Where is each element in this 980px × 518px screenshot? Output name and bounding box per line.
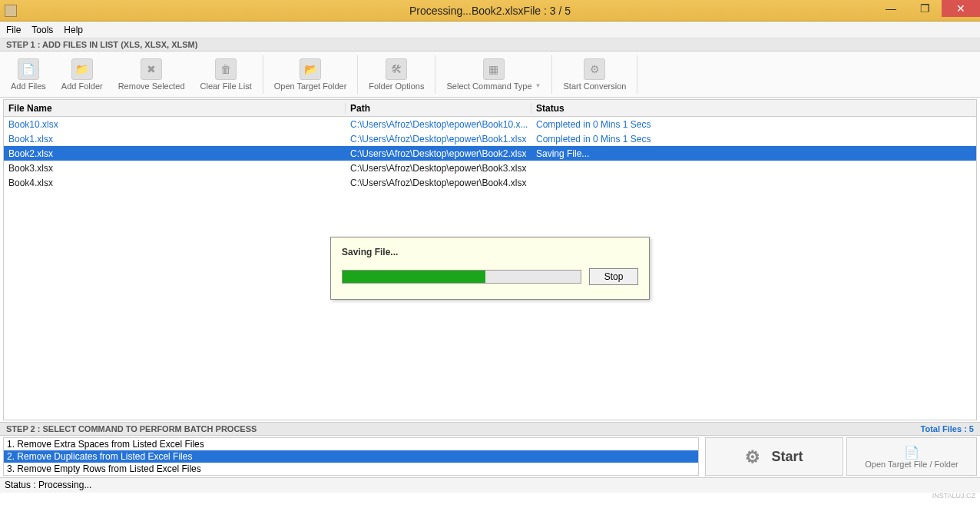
- remove-selected-icon: ✖: [141, 58, 162, 80]
- maximize-button[interactable]: ❐: [908, 0, 942, 17]
- start-conversion-button[interactable]: ⚙ Start Conversion: [555, 53, 634, 96]
- toolbar-separator: [357, 55, 358, 94]
- toolbar-separator: [435, 55, 435, 94]
- select-command-label: Select Command Type: [446, 81, 531, 91]
- add-folder-icon: 📁: [71, 58, 93, 80]
- progress-fill: [343, 271, 485, 283]
- watermark: INSTALUJ.CZ: [932, 492, 975, 500]
- toolbar-separator: [263, 55, 263, 94]
- remove-selected-label: Remove Selected: [118, 81, 185, 91]
- progress-bar: [342, 270, 581, 284]
- toolbar-separator: [637, 55, 637, 94]
- cell-path: C:\Users\Afroz\Desktop\epower\Book3.xlsx: [346, 163, 531, 174]
- cell-status: Completed in 0 Mins 1 Secs: [531, 134, 685, 144]
- app-icon: [5, 5, 17, 17]
- window-title: Processing...Book2.xlsxFile : 3 / 5: [409, 5, 571, 17]
- clear-list-button[interactable]: 🗑 Clear File List: [193, 53, 260, 96]
- step2-header: STEP 2 : SELECT COMMAND TO PERFORM BATCH…: [0, 422, 980, 436]
- titlebar: Processing...Book2.xlsxFile : 3 / 5 — ❐ …: [0, 0, 980, 22]
- folder-icon: 📄: [904, 445, 919, 460]
- window-controls: — ❐ ✕: [874, 0, 980, 17]
- open-target-folder-button[interactable]: 📄 Open Target File / Folder: [846, 437, 977, 476]
- folder-options-label: Folder Options: [369, 81, 424, 91]
- start-conversion-icon: ⚙: [584, 58, 605, 80]
- toolbar: 📄 Add Files 📁 Add Folder ✖ Remove Select…: [0, 51, 980, 98]
- select-command-icon: ▦: [483, 58, 505, 80]
- bottom-area: 1. Remove Extra Spaces from Listed Excel…: [0, 436, 980, 477]
- cell-status: Completed in 0 Mins 1 Secs: [531, 119, 685, 130]
- cell-path: C:\Users\Afroz\Desktop\epower\Book10.x..…: [346, 119, 531, 130]
- progress-dialog: Saving File... Stop: [330, 237, 650, 300]
- select-command-button[interactable]: ▦ Select Command Type ▼: [439, 53, 548, 96]
- start-button[interactable]: ⚙ Start: [705, 437, 843, 476]
- table-row[interactable]: Book10.xlsxC:\Users\Afroz\Desktop\epower…: [4, 117, 976, 131]
- cell-file: Book2.xlsx: [4, 148, 346, 159]
- cell-file: Book10.xlsx: [4, 119, 346, 130]
- add-folder-label: Add Folder: [61, 81, 103, 91]
- statusbar: Status : Processing...: [0, 477, 980, 493]
- add-files-button[interactable]: 📄 Add Files: [3, 53, 54, 96]
- command-item[interactable]: 1. Remove Extra Spaces from Listed Excel…: [4, 438, 698, 450]
- menu-tools[interactable]: Tools: [31, 25, 53, 35]
- cell-file: Book1.xlsx: [4, 134, 346, 144]
- add-folder-button[interactable]: 📁 Add Folder: [54, 53, 111, 96]
- folder-options-icon: 🛠: [386, 58, 407, 80]
- menu-help[interactable]: Help: [64, 25, 83, 35]
- table-body: Book10.xlsxC:\Users\Afroz\Desktop\epower…: [4, 117, 976, 190]
- close-button[interactable]: ✕: [942, 0, 980, 17]
- clear-list-label: Clear File List: [200, 81, 252, 91]
- open-target-button[interactable]: 📂 Open Target Folder: [267, 53, 355, 96]
- total-files: Total Files : 5: [921, 424, 974, 433]
- cell-path: C:\Users\Afroz\Desktop\epower\Book2.xlsx: [346, 148, 531, 159]
- table-row[interactable]: Book1.xlsxC:\Users\Afroz\Desktop\epower\…: [4, 131, 976, 146]
- open-target-icon: 📂: [300, 58, 321, 80]
- toolbar-separator: [551, 55, 552, 94]
- start-conversion-label: Start Conversion: [563, 81, 626, 91]
- table-header: File Name Path Status: [4, 100, 976, 117]
- folder-options-button[interactable]: 🛠 Folder Options: [361, 53, 432, 96]
- table-row[interactable]: Book4.xlsxC:\Users\Afroz\Desktop\epower\…: [4, 175, 976, 190]
- menu-file[interactable]: File: [6, 25, 21, 35]
- open-target-folder-label: Open Target File / Folder: [865, 460, 958, 469]
- table-row[interactable]: Book2.xlsxC:\Users\Afroz\Desktop\epower\…: [4, 146, 976, 161]
- remove-selected-button[interactable]: ✖ Remove Selected: [111, 53, 193, 96]
- command-item[interactable]: 2. Remove Duplicates from Listed Excel F…: [4, 450, 698, 463]
- step2-label: STEP 2 : SELECT COMMAND TO PERFORM BATCH…: [6, 424, 257, 433]
- clear-list-icon: 🗑: [215, 58, 237, 80]
- progress-label: Saving File...: [342, 247, 638, 257]
- start-label: Start: [771, 449, 803, 465]
- add-files-label: Add Files: [11, 81, 46, 91]
- gear-icon: ⚙: [745, 447, 763, 466]
- table-row[interactable]: Book3.xlsxC:\Users\Afroz\Desktop\epower\…: [4, 161, 976, 175]
- chevron-down-icon: ▼: [535, 82, 541, 89]
- col-file-header[interactable]: File Name: [4, 103, 346, 114]
- add-files-icon: 📄: [18, 58, 39, 80]
- col-status-header[interactable]: Status: [531, 103, 685, 114]
- cell-path: C:\Users\Afroz\Desktop\epower\Book1.xlsx: [346, 134, 531, 144]
- command-item[interactable]: 3. Remove Empty Rows from Listed Excel F…: [4, 463, 698, 475]
- stop-button[interactable]: Stop: [589, 268, 638, 285]
- minimize-button[interactable]: —: [874, 0, 908, 17]
- menubar: File Tools Help: [0, 22, 980, 38]
- command-list[interactable]: 1. Remove Extra Spaces from Listed Excel…: [3, 437, 699, 476]
- cell-path: C:\Users\Afroz\Desktop\epower\Book4.xlsx: [346, 178, 531, 188]
- cell-status: Saving File...: [531, 148, 685, 159]
- open-target-label: Open Target Folder: [274, 81, 347, 91]
- step1-header: STEP 1 : ADD FILES IN LIST (XLS, XLSX, X…: [0, 38, 980, 51]
- cell-file: Book4.xlsx: [4, 178, 346, 188]
- col-path-header[interactable]: Path: [346, 103, 531, 114]
- cell-file: Book3.xlsx: [4, 163, 346, 174]
